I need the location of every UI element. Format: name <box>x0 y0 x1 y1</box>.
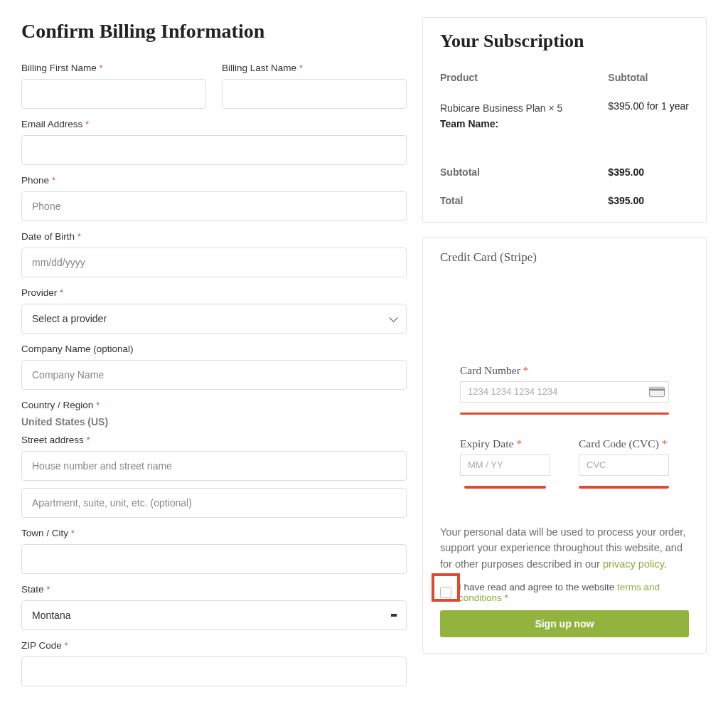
company-input[interactable] <box>21 360 407 390</box>
cvc-input[interactable] <box>579 454 669 476</box>
zip-input[interactable] <box>21 656 407 686</box>
country-label: Country / Region * <box>21 400 407 410</box>
order-item-price: $395.00 for 1 year <box>608 100 689 132</box>
phone-input[interactable] <box>21 191 407 221</box>
dob-input[interactable] <box>21 248 407 277</box>
svg-rect-1 <box>649 388 664 390</box>
company-label: Company Name (optional) <box>21 344 407 354</box>
phone-label: Phone * <box>21 175 407 186</box>
provider-select[interactable]: Select a provider <box>21 304 407 334</box>
city-label: Town / City * <box>21 528 407 538</box>
street-input-1[interactable] <box>21 451 407 481</box>
provider-label: Provider * <box>21 287 407 298</box>
agree-row: I have read and agree to the website ter… <box>440 582 689 603</box>
order-total-value: $395.00 <box>608 195 689 206</box>
order-header-subtotal: Subtotal <box>608 72 689 83</box>
city-input[interactable] <box>21 544 407 574</box>
last-name-label: Billing Last Name * <box>222 63 407 73</box>
email-label: Email Address * <box>21 119 407 129</box>
order-total-label: Total <box>440 195 608 206</box>
payment-panel: Credit Card (Stripe) Card Number * Expir… <box>422 237 707 654</box>
expiry-error-underline <box>464 486 546 489</box>
card-number-input[interactable] <box>460 381 669 403</box>
street-input-2[interactable] <box>21 488 407 518</box>
state-label: State * <box>21 584 407 595</box>
agree-checkbox[interactable] <box>440 587 451 598</box>
first-name-label: Billing First Name * <box>21 63 206 73</box>
svg-rect-0 <box>649 387 664 397</box>
country-value: United States (US) <box>21 416 407 427</box>
credit-card-icon <box>649 386 665 397</box>
street-label: Street address * <box>21 435 407 445</box>
cvc-error-underline <box>579 486 669 489</box>
zip-label: ZIP Code * <box>21 640 407 651</box>
subscription-title: Your Subscription <box>440 31 689 52</box>
order-item: Rubicare Business Plan × 5 Team Name: <box>440 100 608 132</box>
state-select[interactable]: Montana <box>21 600 407 630</box>
privacy-policy-link[interactable]: privacy policy <box>603 558 664 570</box>
expiry-input[interactable] <box>460 454 550 476</box>
email-input[interactable] <box>21 135 407 165</box>
card-number-error-underline <box>460 413 669 415</box>
order-subtotal-value: $395.00 <box>608 166 689 178</box>
expiry-label: Expiry Date * <box>460 437 550 450</box>
order-header-product: Product <box>440 72 608 83</box>
agree-text: I have read and agree to the website <box>459 582 617 592</box>
cvc-label: Card Code (CVC) * <box>579 437 669 450</box>
last-name-input[interactable] <box>222 79 407 109</box>
billing-title: Confirm Billing Information <box>21 20 407 43</box>
dob-label: Date of Birth * <box>21 231 407 242</box>
privacy-text: Your personal data will be used to proce… <box>440 524 689 572</box>
payment-method-title: Credit Card (Stripe) <box>440 250 689 265</box>
first-name-input[interactable] <box>21 79 206 109</box>
order-subtotal-label: Subtotal <box>440 166 608 178</box>
card-number-label: Card Number * <box>460 364 669 377</box>
signup-button[interactable]: Sign up now <box>440 610 689 637</box>
subscription-panel: Your Subscription Product Subtotal Rubic… <box>422 17 707 223</box>
billing-form: Confirm Billing Information Billing Firs… <box>21 17 407 696</box>
